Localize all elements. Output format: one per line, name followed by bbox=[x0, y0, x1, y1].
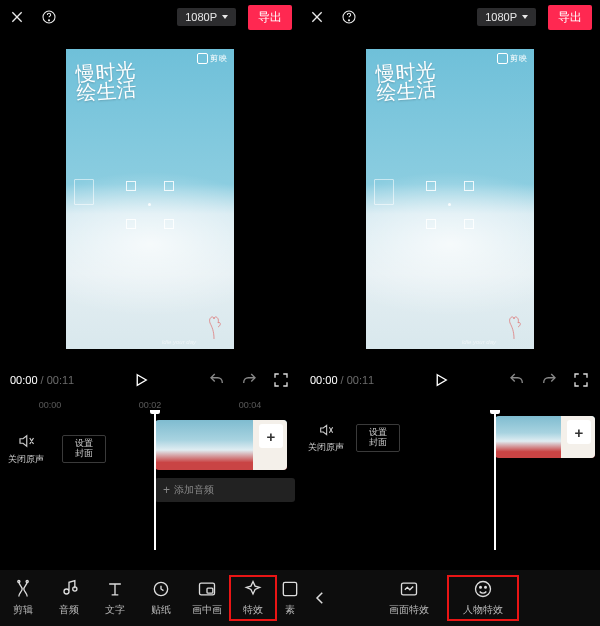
editor-panel-primary: 1080P 导出 剪映 慢时光 绘生活 Idle your day 00:00 … bbox=[0, 0, 300, 626]
tool-effects[interactable]: 特效 bbox=[230, 579, 276, 617]
resolution-button[interactable]: 1080P bbox=[477, 8, 536, 26]
back-button[interactable] bbox=[304, 584, 336, 612]
timeline-tracks[interactable]: 关闭原声 设置 封面 + +添加音频 bbox=[0, 410, 300, 550]
close-icon[interactable] bbox=[308, 8, 326, 26]
time-display: 00:00 / 00:11 bbox=[10, 374, 74, 386]
camera-meta-icon bbox=[74, 179, 94, 205]
playhead[interactable] bbox=[494, 410, 496, 550]
undo-icon[interactable] bbox=[208, 371, 226, 389]
tool-bar: 剪辑 音频 文字 贴纸 画中画 特效 素 bbox=[0, 570, 300, 626]
mute-original-button[interactable]: 关闭原声 bbox=[8, 432, 44, 466]
timeline-tracks[interactable]: 关闭原声 设置 封面 + bbox=[300, 410, 600, 550]
signature-text: Idle your day bbox=[162, 339, 196, 345]
help-icon[interactable] bbox=[340, 8, 358, 26]
redo-icon[interactable] bbox=[240, 371, 258, 389]
video-clip[interactable]: + bbox=[155, 420, 287, 470]
set-cover-button[interactable]: 设置 封面 bbox=[356, 424, 400, 452]
tool-text[interactable]: 文字 bbox=[92, 579, 138, 617]
time-display: 00:00 / 00:11 bbox=[310, 374, 374, 386]
redo-icon[interactable] bbox=[540, 371, 558, 389]
signature-text: Idle your day bbox=[462, 339, 496, 345]
set-cover-button[interactable]: 设置 封面 bbox=[62, 435, 106, 463]
fullscreen-icon[interactable] bbox=[572, 371, 590, 389]
timeline-ruler[interactable]: 00:0000:0200:04 bbox=[0, 396, 300, 410]
playhead[interactable] bbox=[154, 410, 156, 550]
help-icon[interactable] bbox=[40, 8, 58, 26]
svg-point-14 bbox=[485, 587, 487, 589]
video-preview[interactable]: 剪映 慢时光 绘生活 Idle your day bbox=[300, 34, 600, 364]
flower-decor-icon bbox=[504, 311, 524, 339]
svg-rect-7 bbox=[207, 588, 213, 593]
undo-icon[interactable] bbox=[508, 371, 526, 389]
close-icon[interactable] bbox=[8, 8, 26, 26]
svg-rect-8 bbox=[283, 582, 296, 595]
add-clip-button[interactable]: + bbox=[259, 424, 283, 448]
focus-frame-icon bbox=[426, 181, 474, 229]
play-button[interactable] bbox=[132, 371, 150, 389]
editor-panel-effects: 1080P 导出 剪映 慢时光 绘生活 Idle your day 00:00 … bbox=[300, 0, 600, 626]
video-frame: 剪映 慢时光 绘生活 Idle your day bbox=[366, 49, 534, 349]
svg-point-4 bbox=[73, 587, 77, 591]
svg-point-1 bbox=[48, 20, 49, 21]
transport-bar: 00:00 / 00:11 bbox=[0, 364, 300, 396]
tool-pip[interactable]: 画中画 bbox=[184, 579, 230, 617]
tool-bar-effects: 画面特效 人物特效 bbox=[300, 570, 600, 626]
top-bar: 1080P 导出 bbox=[300, 0, 600, 34]
svg-point-12 bbox=[476, 582, 491, 597]
brand-watermark: 剪映 bbox=[497, 53, 528, 64]
brand-watermark: 剪映 bbox=[197, 53, 228, 64]
video-preview[interactable]: 剪映 慢时光 绘生活 Idle your day bbox=[0, 34, 300, 364]
flower-decor-icon bbox=[204, 311, 224, 339]
overlay-title: 慢时光 绘生活 bbox=[375, 61, 438, 103]
add-audio-track[interactable]: +添加音频 bbox=[155, 478, 295, 502]
focus-frame-icon bbox=[126, 181, 174, 229]
tool-audio[interactable]: 音频 bbox=[46, 579, 92, 617]
svg-point-10 bbox=[348, 20, 349, 21]
svg-point-13 bbox=[480, 587, 482, 589]
export-button[interactable]: 导出 bbox=[248, 5, 292, 30]
camera-meta-icon bbox=[374, 179, 394, 205]
resolution-button[interactable]: 1080P bbox=[177, 8, 236, 26]
video-frame: 剪映 慢时光 绘生活 Idle your day bbox=[66, 49, 234, 349]
add-clip-button[interactable]: + bbox=[567, 420, 591, 444]
overlay-title: 慢时光 绘生活 bbox=[75, 61, 138, 103]
tool-sticker[interactable]: 贴纸 bbox=[138, 579, 184, 617]
mute-original-button[interactable]: 关闭原声 bbox=[308, 422, 344, 454]
play-button[interactable] bbox=[432, 371, 450, 389]
tool-edit[interactable]: 剪辑 bbox=[0, 579, 46, 617]
tool-screen-effects[interactable]: 画面特效 bbox=[374, 579, 444, 617]
tool-person-effects[interactable]: 人物特效 bbox=[448, 579, 518, 617]
transport-bar: 00:00 / 00:11 bbox=[300, 364, 600, 396]
video-clip[interactable]: + bbox=[495, 416, 595, 458]
export-button[interactable]: 导出 bbox=[548, 5, 592, 30]
top-bar: 1080P 导出 bbox=[0, 0, 300, 34]
fullscreen-icon[interactable] bbox=[272, 371, 290, 389]
